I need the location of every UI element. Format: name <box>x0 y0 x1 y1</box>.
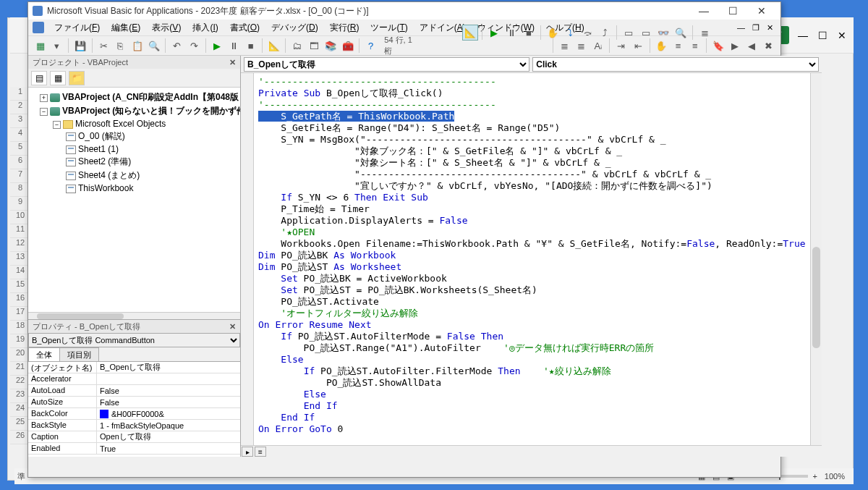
properties-grid[interactable]: (オブジェクト名)B_Openして取得AcceleratorAutoLoadFa… <box>28 362 240 457</box>
zoom-level[interactable]: 100% <box>825 472 845 481</box>
menu-o[interactable]: 書式(O) <box>224 21 265 34</box>
toggle-folders-icon[interactable]: 📁 <box>69 71 85 85</box>
object-browser-icon[interactable]: 📚 <box>323 38 339 54</box>
close-button[interactable]: ✕ <box>747 5 776 17</box>
project-explorer-icon[interactable]: 🗂 <box>289 38 305 54</box>
property-row[interactable]: Accelerator <box>28 373 240 385</box>
excel-close[interactable]: ✕ <box>838 30 846 41</box>
clear-bookmarks-icon[interactable]: ✖ <box>761 38 776 54</box>
view-excel-icon[interactable]: ▦ <box>33 38 48 54</box>
mdi-restore[interactable]: ❐ <box>749 23 762 33</box>
tree-hscroll[interactable] <box>28 312 240 319</box>
step-over-icon[interactable]: ⤼ <box>579 25 595 41</box>
tree-item[interactable]: Sheet1 (1) <box>78 144 119 154</box>
tree-item[interactable]: Sheet4 (まとめ) <box>78 170 140 180</box>
collapse-icon[interactable]: − <box>53 121 61 129</box>
run-sub-icon[interactable]: ▶ <box>210 38 225 54</box>
prev-bookmark-icon[interactable]: ◀ <box>744 38 760 54</box>
bookmark-icon[interactable]: 🔖 <box>710 38 726 54</box>
tree-item[interactable]: Sheet2 (準備) <box>78 156 131 166</box>
step-out-icon[interactable]: ⤴ <box>597 25 613 41</box>
menu-e[interactable]: 編集(E) <box>106 21 146 34</box>
property-row[interactable]: AutoSizeFalse <box>28 397 240 408</box>
properties-icon[interactable]: 🗔 <box>307 38 322 54</box>
redo-icon[interactable]: ↷ <box>186 38 201 54</box>
maximize-button[interactable]: ☐ <box>718 5 747 17</box>
toggle-breakpoint-icon[interactable]: ✋ <box>545 25 561 41</box>
design-icon[interactable]: 📐 <box>266 38 281 54</box>
undo-icon[interactable]: ↶ <box>169 38 184 54</box>
property-value[interactable] <box>97 373 240 384</box>
tree-item[interactable]: O_00 (解説) <box>78 131 125 141</box>
pause-icon[interactable]: ⏸ <box>503 25 519 41</box>
menu-i[interactable]: 挿入(I) <box>187 21 224 34</box>
tab-alphabetic[interactable]: 全体 <box>28 347 60 361</box>
project-tree[interactable]: +VBAProject (A_CN印刷設定AddIn【第048版 −VBAPro… <box>28 88 240 312</box>
property-value[interactable]: False <box>97 385 240 396</box>
code-editor[interactable]: '---------------------------------------… <box>254 73 810 445</box>
find-icon[interactable]: 🔍 <box>146 38 161 54</box>
menu-t[interactable]: ツール(T) <box>365 21 413 34</box>
next-bookmark-icon[interactable]: ▶ <box>727 38 742 54</box>
minimize-button[interactable]: — <box>689 5 718 17</box>
property-row[interactable]: BackColor&H00FF0000& <box>28 408 240 420</box>
excel-maximize[interactable]: ☐ <box>818 30 827 41</box>
cut-icon[interactable]: ✂ <box>96 38 111 54</box>
property-value[interactable]: False <box>97 397 240 407</box>
collapse-icon[interactable]: − <box>40 108 48 116</box>
property-row[interactable]: BackStyle1 - fmBackStyleOpaque <box>28 420 240 431</box>
procedure-view-icon[interactable]: ▸ <box>242 447 253 457</box>
paste-icon[interactable]: 📋 <box>129 38 145 54</box>
view-code-icon[interactable]: ▤ <box>31 71 47 85</box>
mdi-close[interactable]: ✕ <box>764 23 776 33</box>
property-row[interactable]: EnabledTrue <box>28 443 240 455</box>
zoom-in[interactable]: + <box>812 472 817 481</box>
stop-icon[interactable]: ■ <box>521 25 537 41</box>
mdi-minimize[interactable]: — <box>734 23 748 33</box>
break-icon[interactable]: ⏸ <box>226 38 242 54</box>
insert-dropdown-icon[interactable]: ▾ <box>49 38 64 54</box>
locals-icon[interactable]: ▭ <box>621 25 637 41</box>
reset-icon[interactable]: ■ <box>243 38 258 54</box>
procedure-combo[interactable]: Click <box>532 57 818 72</box>
quick-watch-icon[interactable]: 🔍 <box>673 25 689 41</box>
property-value[interactable]: Openして取得 <box>97 431 240 442</box>
menu-v[interactable]: 表示(V) <box>146 21 187 34</box>
menu-d[interactable]: デバッグ(D) <box>265 21 324 34</box>
menu-f[interactable]: ファイル(F) <box>48 21 106 34</box>
immediate-icon[interactable]: ▭ <box>638 25 654 41</box>
code-vscroll[interactable] <box>810 73 822 445</box>
property-row[interactable]: CaptionOpenして取得 <box>28 431 240 443</box>
call-stack-icon[interactable]: ≣ <box>697 25 712 41</box>
view-object-icon[interactable]: ▦ <box>50 71 66 85</box>
watch-icon[interactable]: 👓 <box>655 25 671 41</box>
tree-folder[interactable]: Microsoft Excel Objects <box>75 119 166 129</box>
property-value[interactable]: B_Openして取得 <box>97 362 240 373</box>
design-mode-icon[interactable]: 📐 <box>462 25 478 41</box>
props-close-icon[interactable]: ✕ <box>229 322 236 331</box>
tab-categorized[interactable]: 項目別 <box>59 347 99 361</box>
toolbox-icon[interactable]: 🧰 <box>340 38 355 54</box>
object-selector[interactable]: B_Openして取得 CommandButton <box>28 333 240 347</box>
tree-item[interactable]: ThisWorkbook <box>78 183 133 193</box>
property-row[interactable]: AutoLoadFalse <box>28 385 240 397</box>
titlebar[interactable]: Microsoft Visual Basic for Applications … <box>28 2 780 20</box>
property-value[interactable]: 1 - fmBackStyleOpaque <box>97 420 240 431</box>
save-icon[interactable]: 💾 <box>72 38 88 54</box>
property-value[interactable]: &H00FF0000& <box>97 408 240 419</box>
tree-project-1[interactable]: VBAProject (A_CN印刷設定AddIn【第048版 <box>62 92 239 102</box>
property-row[interactable]: (オブジェクト名)B_Openして取得 <box>28 362 240 373</box>
expand-icon[interactable]: + <box>40 94 48 102</box>
object-combo[interactable]: B_Openして取得 <box>244 57 529 72</box>
project-close-icon[interactable]: ✕ <box>229 58 236 67</box>
menu-r[interactable]: 実行(R) <box>324 21 365 34</box>
excel-minimize[interactable]: — <box>798 30 808 41</box>
full-module-view-icon[interactable]: ≡ <box>255 447 266 457</box>
run-icon[interactable]: ▶ <box>486 25 502 41</box>
help-icon[interactable]: ? <box>363 38 378 54</box>
step-into-icon[interactable]: ⤵ <box>562 25 578 41</box>
copy-icon[interactable]: ⎘ <box>113 38 128 54</box>
property-value[interactable]: True <box>97 443 240 454</box>
code-margin[interactable] <box>241 73 254 445</box>
tree-project-2[interactable]: VBAProject (知らないと損！ブックを開かず件数 <box>62 106 240 116</box>
